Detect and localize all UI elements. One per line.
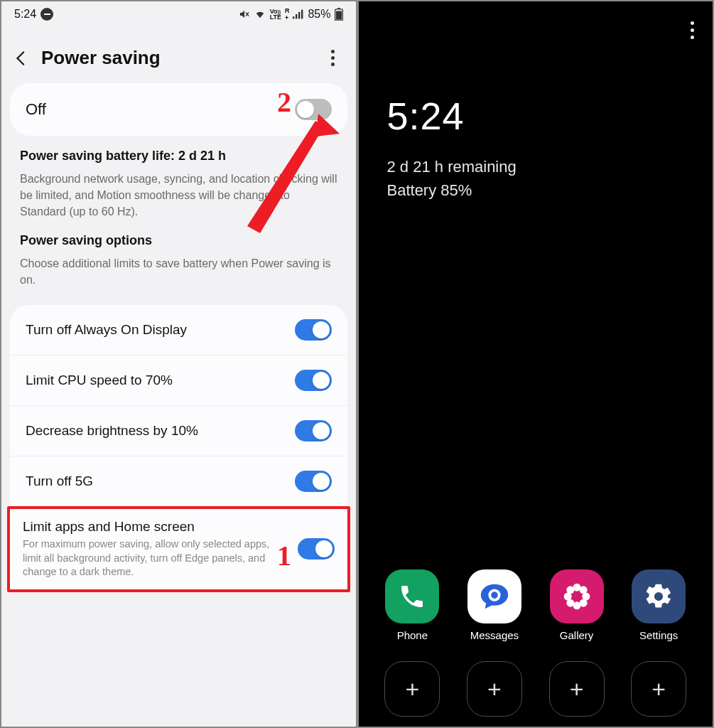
- app-messages[interactable]: Messages: [463, 569, 526, 641]
- app-label: Messages: [470, 629, 519, 641]
- home-more-button[interactable]: [691, 21, 694, 39]
- status-right: Vo))LTE R+ 85%: [239, 7, 343, 21]
- option-5g-toggle[interactable]: [295, 471, 332, 492]
- svg-point-18: [579, 599, 587, 607]
- annotation-number-1: 1: [277, 539, 291, 572]
- options-desc: Choose additional limits to save battery…: [20, 255, 337, 288]
- option-label: Turn off Always On Display: [26, 322, 286, 338]
- svg-rect-1: [296, 14, 297, 18]
- signal-icon: [293, 9, 304, 19]
- svg-point-19: [573, 593, 580, 601]
- option-aod[interactable]: Turn off Always On Display: [10, 305, 347, 355]
- highlight-limit-apps: Limit apps and Home screen For maximum p…: [7, 506, 350, 592]
- option-limit-apps[interactable]: Limit apps and Home screen For maximum p…: [10, 509, 347, 589]
- svg-rect-2: [298, 12, 300, 19]
- status-time: 5:24: [14, 8, 36, 21]
- home-remaining: 2 d 21 h remaining: [387, 155, 713, 178]
- wifi-icon: [254, 9, 266, 19]
- option-label: Decrease brightness by 10%: [26, 423, 286, 439]
- mute-icon: [239, 9, 250, 20]
- svg-point-16: [579, 586, 587, 594]
- more-menu-button[interactable]: [327, 46, 339, 70]
- option-label: Limit apps and Home screen: [23, 519, 289, 535]
- app-label: Settings: [639, 629, 678, 641]
- svg-marker-8: [247, 121, 324, 233]
- volte-icon: Vo))LTE: [270, 9, 281, 20]
- option-cpu-toggle[interactable]: [295, 370, 332, 391]
- options-heading: Power saving options: [20, 233, 337, 248]
- add-app-button[interactable]: +: [549, 661, 605, 717]
- option-label: Turn off 5G: [26, 473, 286, 489]
- home-battery: Battery 85%: [387, 178, 713, 202]
- annotation-arrow-icon: [247, 114, 340, 235]
- phone-icon: [385, 569, 439, 623]
- option-aod-toggle[interactable]: [295, 319, 332, 341]
- option-brightness-toggle[interactable]: [295, 420, 332, 441]
- home-status: 2 d 21 h remaining Battery 85%: [359, 138, 713, 202]
- app-settings[interactable]: Settings: [627, 569, 691, 641]
- app-label: Gallery: [560, 629, 594, 641]
- option-brightness[interactable]: Decrease brightness by 10%: [10, 406, 347, 456]
- network-r-icon: R+: [285, 7, 290, 21]
- page-title: Power saving: [41, 47, 161, 69]
- home-time: 5:24: [359, 1, 713, 138]
- app-gallery[interactable]: Gallery: [545, 569, 609, 641]
- app-label: Phone: [397, 629, 428, 641]
- svg-point-15: [566, 586, 574, 594]
- gallery-icon: [550, 569, 604, 623]
- option-label: Limit CPU speed to 70%: [26, 373, 286, 388]
- messages-icon: [467, 569, 521, 623]
- main-toggle-label: Off: [26, 100, 46, 119]
- add-app-button[interactable]: +: [631, 661, 686, 717]
- phone-right-home: 5:24 2 d 21 h remaining Battery 85% Phon…: [359, 1, 713, 727]
- settings-icon: [632, 569, 686, 623]
- back-button[interactable]: [16, 51, 31, 65]
- add-app-button[interactable]: +: [467, 661, 522, 717]
- add-app-button[interactable]: +: [384, 661, 440, 717]
- svg-rect-3: [301, 10, 303, 19]
- option-cpu[interactable]: Limit CPU speed to 70%: [10, 355, 347, 406]
- status-battery-text: 85%: [308, 8, 330, 21]
- annotation-number-2: 2: [277, 85, 291, 119]
- svg-rect-6: [335, 11, 341, 20]
- dnd-icon: [40, 8, 53, 21]
- svg-point-17: [566, 599, 574, 607]
- app-dock: Phone Messages Gallery: [359, 569, 713, 641]
- options-list: Turn off Always On Display Limit CPU spe…: [10, 305, 347, 506]
- status-bar: 5:24 Vo))LTE R+ 85%: [1, 1, 356, 24]
- option-5g[interactable]: Turn off 5G: [10, 456, 347, 506]
- phone-left-settings: 5:24 Vo))LTE R+ 85% Power saving Off Pow…: [1, 1, 356, 727]
- add-app-row: + + + +: [359, 661, 713, 717]
- svg-point-10: [491, 592, 498, 599]
- battery-icon: [335, 8, 343, 21]
- option-desc: For maximum power saving, allow only sel…: [23, 537, 289, 579]
- app-phone[interactable]: Phone: [380, 569, 444, 641]
- option-limit-apps-toggle[interactable]: [298, 538, 335, 560]
- svg-rect-0: [293, 16, 294, 18]
- page-header: Power saving: [1, 24, 356, 83]
